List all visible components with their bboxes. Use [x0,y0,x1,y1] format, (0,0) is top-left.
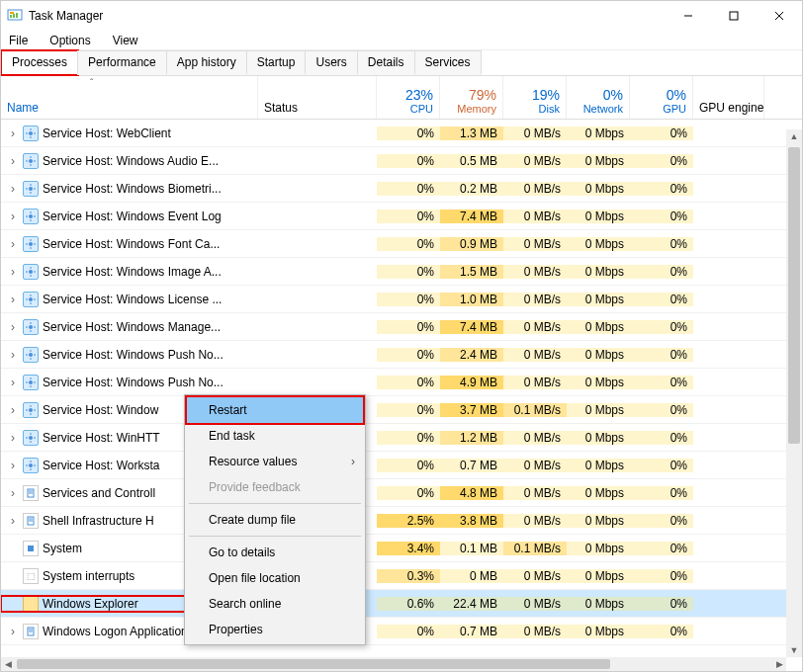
disk-cell: 0 MB/s [503,348,567,362]
expand-icon[interactable]: › [7,514,19,528]
window-buttons [666,1,802,31]
col-cpu[interactable]: 23%CPU [377,76,440,119]
vertical-scrollbar[interactable]: ▲ ▼ [786,129,802,657]
process-name: Service Host: WinHTT [43,431,160,445]
context-menu-item[interactable]: Resource values [187,449,363,474]
minimize-button[interactable] [666,1,711,31]
expand-icon[interactable]: › [7,376,19,389]
menu-view[interactable]: View [109,32,142,49]
process-name-cell: ›Service Host: Windows Push No... [1,347,258,363]
process-row[interactable]: Windows Explorer0.6%22.4 MB0 MB/s0 Mbps0… [1,590,802,618]
expand-icon[interactable]: › [7,348,19,362]
context-menu-item[interactable]: Create dump file [187,507,363,533]
col-disk-label: Disk [539,103,560,115]
process-row[interactable]: ›Service Host: WinHTT0%1.2 MB0 MB/s0 Mbp… [1,424,802,452]
col-status[interactable]: Status [258,76,377,119]
network-cell: 0 Mbps [567,486,630,500]
expand-icon[interactable]: › [7,403,19,417]
process-row[interactable]: ›Service Host: Windows Push No...0%4.9 M… [1,369,802,396]
process-name: Shell Infrastructure H [43,514,154,528]
memory-cell: 0.2 MB [440,182,503,196]
context-menu-item[interactable]: Properties [187,617,363,642]
process-row[interactable]: ›Service Host: WebClient0%1.3 MB0 MB/s0 … [1,120,802,147]
process-row[interactable]: ⬚System interrupts0.3%0 MB0 MB/s0 Mbps0% [1,562,802,590]
process-row[interactable]: ›Service Host: Windows Event Log0%7.4 MB… [1,203,802,230]
scroll-thumb-h[interactable] [17,659,610,669]
expand-icon[interactable]: › [7,210,19,223]
expand-icon[interactable]: › [7,625,19,638]
menu-file[interactable]: File [5,32,32,49]
process-row[interactable]: ›Service Host: Windows Manage...0%7.4 MB… [1,313,802,341]
tab-startup[interactable]: Startup [246,50,307,75]
context-menu-item[interactable]: End task [187,423,363,449]
horizontal-scrollbar[interactable]: ◀ ▶ [1,657,786,671]
expand-icon[interactable]: › [7,265,19,279]
network-cell: 0 Mbps [567,569,630,583]
col-name[interactable]: ˆ Name [1,76,258,119]
close-button[interactable] [757,1,802,31]
scroll-left-icon[interactable]: ◀ [1,659,15,669]
gpu-cell: 0% [630,459,693,472]
svg-rect-3 [13,14,15,18]
svg-point-44 [29,325,33,329]
svg-point-9 [29,131,33,135]
expand-icon[interactable]: › [7,486,19,500]
context-menu-item[interactable]: Search online [187,591,363,617]
expand-icon[interactable]: › [7,154,19,168]
context-menu-item[interactable]: Go to details [187,540,363,565]
gpu-cell: 0% [630,182,693,196]
col-memory[interactable]: 79%Memory [440,76,503,119]
col-disk[interactable]: 19%Disk [503,76,567,119]
expand-icon[interactable]: › [7,320,19,334]
process-name: Service Host: Windows Push No... [43,348,223,362]
gpu-cell: 0% [630,265,693,279]
col-gpu-engine[interactable]: GPU engine [693,76,764,119]
scroll-down-icon[interactable]: ▼ [786,643,802,657]
process-row[interactable]: ›Service Host: Windows Image A...0%1.5 M… [1,258,802,286]
col-gpu[interactable]: 0%GPU [630,76,693,119]
expand-icon[interactable]: › [7,182,19,196]
process-row[interactable]: ›Service Host: Windows Push No...0%2.4 M… [1,341,802,369]
expand-icon[interactable]: › [7,126,19,140]
disk-cell: 0 MB/s [503,459,567,472]
tab-services[interactable]: Services [414,50,482,75]
gear-icon [23,375,39,390]
process-row[interactable]: ›Shell Infrastructure H2.5%3.8 MB0 MB/s0… [1,507,802,535]
memory-cell: 4.9 MB [440,376,503,389]
scroll-up-icon[interactable]: ▲ [786,129,802,143]
process-row[interactable]: ›Service Host: Windows Font Ca...0%0.9 M… [1,230,802,258]
tab-details[interactable]: Details [357,50,415,75]
maximize-button[interactable] [711,1,757,31]
process-row[interactable]: ›Service Host: Window0%3.7 MB0.1 MB/s0 M… [1,396,802,424]
process-row[interactable]: ›Services and Controll0%4.8 MB0 MB/s0 Mb… [1,479,802,507]
svg-rect-2 [10,15,12,18]
process-row[interactable]: ›Service Host: Windows License ...0%1.0 … [1,286,802,313]
expand-icon[interactable]: › [7,237,19,251]
scroll-right-icon[interactable]: ▶ [772,659,786,669]
scroll-thumb-v[interactable] [788,147,800,444]
svg-point-64 [29,436,33,440]
menu-options[interactable]: Options [45,32,94,49]
memory-cell: 7.4 MB [440,210,503,223]
process-name-cell: ›Service Host: Windows Image A... [1,264,258,280]
expand-icon[interactable]: › [7,459,19,472]
gpu-cell: 0% [630,320,693,334]
tab-processes[interactable]: Processes [1,50,78,75]
context-menu-item[interactable]: Open file location [187,565,363,591]
tab-performance[interactable]: Performance [77,50,167,75]
context-menu-item[interactable]: Restart [187,397,363,423]
process-row[interactable]: ›Windows Logon Application0%0.7 MB0 MB/s… [1,618,802,645]
tab-app-history[interactable]: App history [166,50,247,75]
process-row[interactable]: ›Service Host: Windows Biometri...0%0.2 … [1,175,802,203]
process-row[interactable]: ›Service Host: Worksta0%0.7 MB0 MB/s0 Mb… [1,452,802,479]
process-row[interactable]: System3.4%0.1 MB0.1 MB/s0 Mbps0% [1,535,802,562]
process-row[interactable]: ›Service Host: Windows Audio E...0%0.5 M… [1,147,802,175]
gpu-cell: 0% [630,154,693,168]
expand-icon[interactable]: › [7,431,19,445]
tab-users[interactable]: Users [305,50,357,75]
col-network[interactable]: 0%Network [567,76,630,119]
process-name: Service Host: Windows Font Ca... [43,237,220,251]
expand-icon[interactable]: › [7,293,19,306]
disk-cell: 0 MB/s [503,265,567,279]
process-name-cell: ›Service Host: Windows License ... [1,292,258,307]
